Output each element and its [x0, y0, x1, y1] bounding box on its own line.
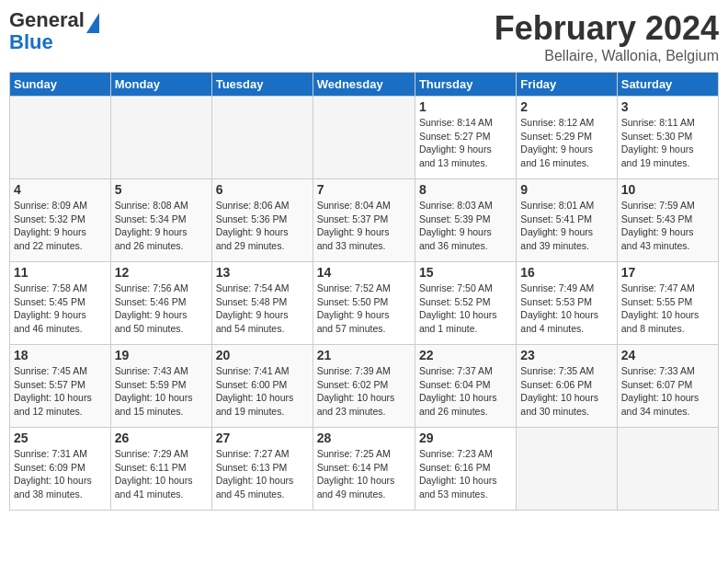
day-number: 7: [317, 182, 411, 197]
calendar-cell: 19Sunrise: 7:43 AM Sunset: 5:59 PM Dayli…: [110, 345, 211, 428]
calendar-cell: [211, 97, 313, 179]
day-info: Sunrise: 7:37 AM Sunset: 6:04 PM Dayligh…: [419, 364, 512, 419]
calendar-cell: 4Sunrise: 8:09 AM Sunset: 5:32 PM Daylig…: [10, 179, 111, 262]
day-info: Sunrise: 8:14 AM Sunset: 5:27 PM Dayligh…: [419, 116, 512, 170]
day-info: Sunrise: 7:39 AM Sunset: 6:02 PM Dayligh…: [317, 364, 411, 419]
calendar-header-tuesday: Tuesday: [211, 73, 313, 97]
day-number: 19: [115, 348, 208, 362]
day-info: Sunrise: 8:06 AM Sunset: 5:36 PM Dayligh…: [216, 199, 309, 253]
calendar-cell: 29Sunrise: 7:23 AM Sunset: 6:16 PM Dayli…: [415, 428, 516, 511]
calendar-cell: 13Sunrise: 7:54 AM Sunset: 5:48 PM Dayli…: [211, 262, 313, 345]
day-number: 25: [14, 431, 107, 445]
day-info: Sunrise: 7:41 AM Sunset: 6:00 PM Dayligh…: [216, 364, 309, 419]
calendar-cell: 7Sunrise: 8:04 AM Sunset: 5:37 PM Daylig…: [313, 179, 415, 262]
day-number: 8: [419, 182, 512, 197]
day-number: 1: [419, 99, 512, 114]
calendar-cell: 2Sunrise: 8:12 AM Sunset: 5:29 PM Daylig…: [517, 97, 617, 179]
day-number: 9: [520, 182, 612, 197]
day-number: 18: [14, 348, 107, 362]
day-info: Sunrise: 7:29 AM Sunset: 6:11 PM Dayligh…: [115, 447, 208, 501]
calendar-cell: [110, 97, 211, 179]
title-area: February 2024 Bellaire, Wallonia, Belgiu…: [495, 9, 719, 64]
day-info: Sunrise: 7:31 AM Sunset: 6:09 PM Dayligh…: [14, 447, 107, 501]
calendar-header-sunday: Sunday: [10, 73, 111, 97]
calendar-cell: [617, 428, 718, 511]
calendar-body: 1Sunrise: 8:14 AM Sunset: 5:27 PM Daylig…: [10, 97, 719, 511]
day-info: Sunrise: 7:54 AM Sunset: 5:48 PM Dayligh…: [216, 282, 309, 336]
logo-text: General Blue: [9, 9, 85, 53]
calendar-cell: 23Sunrise: 7:35 AM Sunset: 6:06 PM Dayli…: [517, 345, 617, 428]
day-info: Sunrise: 7:59 AM Sunset: 5:43 PM Dayligh…: [621, 199, 714, 253]
day-info: Sunrise: 7:56 AM Sunset: 5:46 PM Dayligh…: [115, 282, 208, 336]
day-number: 4: [14, 182, 107, 197]
calendar-cell: 14Sunrise: 7:52 AM Sunset: 5:50 PM Dayli…: [313, 262, 415, 345]
calendar-cell: 20Sunrise: 7:41 AM Sunset: 6:00 PM Dayli…: [211, 345, 313, 428]
calendar-cell: 28Sunrise: 7:25 AM Sunset: 6:14 PM Dayli…: [313, 428, 415, 511]
day-info: Sunrise: 8:08 AM Sunset: 5:34 PM Dayligh…: [115, 199, 208, 253]
calendar-cell: 5Sunrise: 8:08 AM Sunset: 5:34 PM Daylig…: [110, 179, 211, 262]
calendar-cell: 27Sunrise: 7:27 AM Sunset: 6:13 PM Dayli…: [211, 428, 313, 511]
day-number: 5: [115, 182, 208, 197]
calendar-cell: 16Sunrise: 7:49 AM Sunset: 5:53 PM Dayli…: [517, 262, 617, 345]
day-number: 3: [621, 99, 714, 114]
day-number: 15: [419, 265, 512, 280]
calendar-cell: [313, 97, 415, 179]
day-number: 16: [520, 265, 612, 280]
calendar-cell: [10, 97, 111, 179]
calendar-header-saturday: Saturday: [617, 73, 718, 97]
calendar-cell: 21Sunrise: 7:39 AM Sunset: 6:02 PM Dayli…: [313, 345, 415, 428]
calendar-week-4: 18Sunrise: 7:45 AM Sunset: 5:57 PM Dayli…: [10, 345, 719, 428]
day-info: Sunrise: 7:35 AM Sunset: 6:06 PM Dayligh…: [520, 364, 612, 419]
calendar-week-5: 25Sunrise: 7:31 AM Sunset: 6:09 PM Dayli…: [10, 428, 719, 511]
day-info: Sunrise: 7:47 AM Sunset: 5:55 PM Dayligh…: [621, 282, 714, 336]
calendar-cell: 15Sunrise: 7:50 AM Sunset: 5:52 PM Dayli…: [415, 262, 516, 345]
calendar-cell: [517, 428, 617, 511]
day-number: 22: [419, 348, 512, 362]
day-number: 21: [317, 348, 411, 362]
calendar-week-1: 1Sunrise: 8:14 AM Sunset: 5:27 PM Daylig…: [10, 97, 719, 179]
calendar-table: SundayMondayTuesdayWednesdayThursdayFrid…: [9, 72, 719, 511]
day-info: Sunrise: 8:09 AM Sunset: 5:32 PM Dayligh…: [14, 199, 107, 253]
day-number: 6: [216, 182, 309, 197]
day-info: Sunrise: 7:23 AM Sunset: 6:16 PM Dayligh…: [419, 447, 512, 501]
calendar-week-3: 11Sunrise: 7:58 AM Sunset: 5:45 PM Dayli…: [10, 262, 719, 345]
day-number: 28: [317, 431, 411, 445]
calendar-cell: 10Sunrise: 7:59 AM Sunset: 5:43 PM Dayli…: [617, 179, 718, 262]
calendar-cell: 9Sunrise: 8:01 AM Sunset: 5:41 PM Daylig…: [517, 179, 617, 262]
calendar-header-row: SundayMondayTuesdayWednesdayThursdayFrid…: [10, 73, 719, 97]
day-info: Sunrise: 7:52 AM Sunset: 5:50 PM Dayligh…: [317, 282, 411, 336]
calendar-cell: 11Sunrise: 7:58 AM Sunset: 5:45 PM Dayli…: [10, 262, 111, 345]
month-title: February 2024: [495, 9, 719, 48]
day-number: 14: [317, 265, 411, 280]
calendar-cell: 6Sunrise: 8:06 AM Sunset: 5:36 PM Daylig…: [211, 179, 313, 262]
calendar-cell: 18Sunrise: 7:45 AM Sunset: 5:57 PM Dayli…: [10, 345, 111, 428]
day-number: 2: [520, 99, 612, 114]
header: General Blue February 2024 Bellaire, Wal…: [9, 9, 719, 64]
day-info: Sunrise: 7:50 AM Sunset: 5:52 PM Dayligh…: [419, 282, 512, 336]
calendar-cell: 1Sunrise: 8:14 AM Sunset: 5:27 PM Daylig…: [415, 97, 516, 179]
day-info: Sunrise: 8:11 AM Sunset: 5:30 PM Dayligh…: [621, 116, 714, 170]
day-number: 11: [14, 265, 107, 280]
logo: General Blue: [9, 9, 85, 53]
calendar-cell: 17Sunrise: 7:47 AM Sunset: 5:55 PM Dayli…: [617, 262, 718, 345]
calendar-cell: 25Sunrise: 7:31 AM Sunset: 6:09 PM Dayli…: [10, 428, 111, 511]
day-info: Sunrise: 8:12 AM Sunset: 5:29 PM Dayligh…: [520, 116, 612, 170]
calendar-header-monday: Monday: [110, 73, 211, 97]
day-info: Sunrise: 7:45 AM Sunset: 5:57 PM Dayligh…: [14, 364, 107, 419]
day-info: Sunrise: 7:58 AM Sunset: 5:45 PM Dayligh…: [14, 282, 107, 336]
calendar-cell: 22Sunrise: 7:37 AM Sunset: 6:04 PM Dayli…: [415, 345, 516, 428]
day-number: 17: [621, 265, 714, 280]
day-info: Sunrise: 7:43 AM Sunset: 5:59 PM Dayligh…: [115, 364, 208, 419]
day-number: 26: [115, 431, 208, 445]
calendar-cell: 26Sunrise: 7:29 AM Sunset: 6:11 PM Dayli…: [110, 428, 211, 511]
day-number: 23: [520, 348, 612, 362]
calendar-cell: 24Sunrise: 7:33 AM Sunset: 6:07 PM Dayli…: [617, 345, 718, 428]
calendar-header-thursday: Thursday: [415, 73, 516, 97]
calendar-cell: 8Sunrise: 8:03 AM Sunset: 5:39 PM Daylig…: [415, 179, 516, 262]
day-number: 10: [621, 182, 714, 197]
day-info: Sunrise: 7:49 AM Sunset: 5:53 PM Dayligh…: [520, 282, 612, 336]
location-text: Bellaire, Wallonia, Belgium: [495, 48, 719, 64]
calendar-cell: 3Sunrise: 8:11 AM Sunset: 5:30 PM Daylig…: [617, 97, 718, 179]
day-info: Sunrise: 7:25 AM Sunset: 6:14 PM Dayligh…: [317, 447, 411, 501]
calendar-cell: 12Sunrise: 7:56 AM Sunset: 5:46 PM Dayli…: [110, 262, 211, 345]
